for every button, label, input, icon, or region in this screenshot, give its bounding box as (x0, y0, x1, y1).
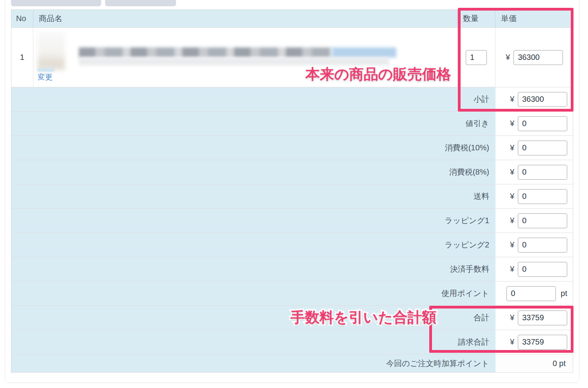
tax8-row: 消費税(8%) ¥ (11, 160, 573, 184)
tax10-label: 消費税(10%) (11, 136, 495, 160)
wrapping2-value-cell: ¥ (495, 233, 573, 257)
currency-symbol: ¥ (510, 192, 514, 201)
tax8-label: 消費税(8%) (11, 160, 495, 184)
total-value-cell: ¥ (495, 306, 573, 330)
currency-symbol: ¥ (510, 265, 514, 274)
product-name-blurred (79, 47, 332, 58)
tax8-value-cell: ¥ (495, 160, 573, 184)
currency-symbol: ¥ (510, 313, 514, 322)
product-name-link-blurred (332, 47, 396, 58)
currency-symbol: ¥ (510, 119, 514, 128)
product-row-number: 1 (11, 28, 33, 87)
discount-row: 値引き ¥ (11, 111, 573, 135)
shipping-value-cell: ¥ (495, 184, 573, 208)
used-points-value-cell: pt (495, 282, 573, 305)
header-no: No (11, 10, 33, 27)
currency-symbol: ¥ (510, 216, 514, 225)
billing-total-row: 請求合計 ¥ (11, 330, 573, 354)
billing-total-label: 請求合計 (11, 330, 495, 354)
quantity-cell (457, 28, 495, 87)
total-label: 合計 (11, 306, 495, 330)
wrapping1-label: ラッピング1 (11, 209, 495, 233)
currency-symbol: ¥ (510, 168, 514, 177)
shipping-label: 送料 (11, 184, 495, 208)
payment-fee-input[interactable] (518, 262, 567, 277)
toolbar-button-1[interactable] (11, 0, 101, 6)
discount-input[interactable] (518, 116, 567, 131)
toolbar-button-2[interactable] (105, 0, 176, 6)
product-cell: 変更 (33, 28, 457, 87)
unit-price-cell: ¥ (495, 28, 573, 87)
shipping-row: 送料 ¥ (11, 184, 573, 208)
product-row: 1 変更 ¥ (11, 27, 573, 87)
currency-symbol: ¥ (510, 240, 514, 249)
currency-symbol: ¥ (510, 95, 514, 104)
payment-fee-value-cell: ¥ (495, 257, 573, 281)
order-items-table: No 商品名 数量 単価 1 変更 ¥ 小計 (11, 9, 573, 373)
change-product-link[interactable]: 変更 (38, 72, 53, 82)
used-points-row: 使用ポイント pt (11, 281, 573, 305)
payment-fee-label: 決済手数料 (11, 257, 495, 281)
quantity-input[interactable] (466, 50, 487, 65)
used-points-input[interactable] (506, 286, 556, 301)
wrapping1-value-cell: ¥ (495, 209, 573, 233)
unit-price-input[interactable] (514, 50, 563, 65)
wrapping2-label: ラッピング2 (11, 233, 495, 257)
total-input[interactable] (518, 310, 567, 325)
awarded-points-value: 0 pt (495, 354, 573, 372)
billing-total-value-cell: ¥ (495, 330, 573, 354)
product-code-blurred (79, 58, 389, 65)
subtotal-value-cell: ¥ (495, 87, 573, 111)
payment-fee-row: 決済手数料 ¥ (11, 257, 573, 281)
currency-symbol: ¥ (506, 53, 510, 62)
tax10-row: 消費税(10%) ¥ (11, 135, 573, 160)
wrapping2-input[interactable] (518, 238, 567, 253)
tax10-input[interactable] (518, 141, 567, 155)
wrapping1-row: ラッピング1 ¥ (11, 208, 573, 233)
currency-symbol: ¥ (510, 337, 514, 346)
currency-symbol: ¥ (510, 143, 514, 152)
wrapping1-input[interactable] (518, 213, 567, 228)
tax8-input[interactable] (518, 165, 567, 180)
points-unit-label: pt (561, 289, 567, 298)
subtotal-input[interactable] (518, 92, 567, 107)
awarded-points-row: 今回のご注文時加算ポイント 0 pt (11, 354, 573, 373)
discount-label: 値引き (11, 112, 495, 135)
table-header-row: No 商品名 数量 単価 (11, 10, 573, 27)
subtotal-row: 小計 ¥ (11, 87, 573, 111)
awarded-points-label: 今回のご注文時加算ポイント (11, 354, 495, 372)
product-thumbnail-blurred (38, 31, 65, 70)
wrapping2-row: ラッピング2 ¥ (11, 233, 573, 257)
used-points-label: 使用ポイント (11, 282, 495, 305)
product-meta-blurred (38, 68, 54, 72)
header-product-name: 商品名 (33, 10, 457, 27)
subtotal-label: 小計 (11, 87, 495, 111)
discount-value-cell: ¥ (495, 112, 573, 135)
order-edit-page: No 商品名 数量 単価 1 変更 ¥ 小計 (0, 0, 588, 388)
header-quantity: 数量 (457, 10, 495, 27)
total-row: 合計 ¥ (11, 305, 573, 330)
header-unit-price: 単価 (495, 10, 573, 27)
shipping-fee-input[interactable] (518, 189, 567, 204)
tax10-value-cell: ¥ (495, 136, 573, 160)
billing-total-input[interactable] (518, 335, 567, 350)
